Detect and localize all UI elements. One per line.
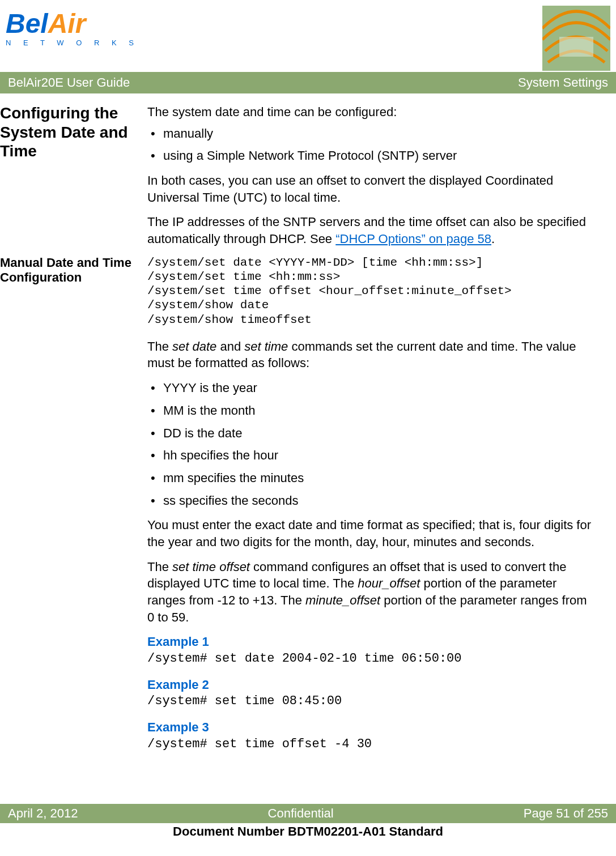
- side-column-2: Manual Date and Time Configuration: [0, 255, 147, 762]
- example-3-heading: Example 3: [147, 719, 593, 736]
- corner-wave-icon: [542, 6, 610, 71]
- example-3: Example 3 /system# set time offset -4 30: [147, 719, 593, 752]
- dhcp-para: The IP addresses of the SNTP servers and…: [147, 214, 593, 247]
- minute-offset-term: minute_offset: [305, 593, 380, 607]
- logo: BelAir N E T W O R K S: [6, 6, 139, 47]
- section-2-row: Manual Date and Time Configuration /syst…: [0, 255, 593, 762]
- dhcp-options-link[interactable]: “DHCP Options” on page 58: [335, 232, 491, 246]
- section-2-body: /system/set date <YYYY-MM-DD> [time <hh:…: [147, 255, 593, 762]
- logo-text-bel: Bel: [6, 8, 48, 39]
- title-bar: BelAir20E User Guide System Settings: [0, 72, 616, 93]
- set-date-term: set date: [172, 339, 216, 354]
- list-item: ss specifies the seconds: [163, 492, 593, 509]
- logo-subtext: N E T W O R K S: [6, 39, 139, 47]
- example-3-code: /system# set time offset -4 30: [147, 736, 593, 753]
- logo-text-air: Air: [48, 8, 86, 39]
- example-2-code: /system# set time 08:45:00: [147, 693, 593, 710]
- example-1-code: /system# set date 2004-02-10 time 06:50:…: [147, 650, 593, 667]
- offset-para: In both cases, you can use an offset to …: [147, 172, 593, 206]
- text: The: [147, 339, 172, 354]
- page-footer: April 2, 2012 Confidential Page 51 of 25…: [0, 804, 616, 839]
- text: The: [147, 560, 172, 574]
- footer-green-bar: April 2, 2012 Confidential Page 51 of 25…: [0, 804, 616, 823]
- command-syntax-block: /system/set date <YYYY-MM-DD> [time <hh:…: [147, 255, 593, 327]
- intro-text: The system date and time can be configur…: [147, 104, 593, 121]
- list-item: YYYY is the year: [163, 380, 593, 397]
- example-2: Example 2 /system# set time 08:45:00: [147, 676, 593, 710]
- format-list: YYYY is the year MM is the month DD is t…: [147, 380, 593, 509]
- config-options-list: manually using a Simple Network Time Pro…: [147, 125, 593, 164]
- footer-page: Page 51 of 255: [524, 806, 608, 821]
- set-time-offset-term: set time offset: [172, 560, 250, 574]
- list-item: hh specifies the hour: [163, 447, 593, 464]
- list-item: MM is the month: [163, 402, 593, 419]
- offset-detail-para: The set time offset command configures a…: [147, 559, 593, 626]
- section-heading-1: Configuring the System Date and Time: [0, 104, 142, 161]
- text: and: [216, 339, 244, 354]
- title-left: BelAir20E User Guide: [8, 75, 130, 90]
- footer-date: April 2, 2012: [8, 806, 78, 821]
- footer-document-number: Document Number BDTM02201-A01 Standard: [0, 824, 616, 839]
- footer-confidential: Confidential: [268, 806, 334, 821]
- setdate-para: The set date and set time commands set t…: [147, 338, 593, 372]
- main-column: The system date and time can be configur…: [147, 104, 610, 762]
- example-2-heading: Example 2: [147, 676, 593, 693]
- logo-brand: BelAir: [6, 10, 139, 37]
- section-heading-2: Manual Date and Time Configuration: [0, 255, 142, 286]
- set-time-term: set time: [244, 339, 288, 354]
- example-1: Example 1 /system# set date 2004-02-10 t…: [147, 633, 593, 667]
- list-item: using a Simple Network Time Protocol (SN…: [163, 147, 593, 164]
- list-item: mm specifies the minutes: [163, 470, 593, 487]
- list-item: DD is the date: [163, 425, 593, 442]
- dhcp-text-b: .: [491, 232, 495, 246]
- format-note-para: You must enter the exact date and time f…: [147, 517, 593, 550]
- list-item: manually: [163, 125, 593, 142]
- hour-offset-term: hour_offset: [358, 576, 420, 590]
- example-1-heading: Example 1: [147, 633, 593, 650]
- svg-rect-1: [559, 37, 593, 57]
- page-header: BelAir N E T W O R K S: [0, 0, 616, 71]
- title-right: System Settings: [518, 75, 608, 90]
- content-area: Configuring the System Date and Time The…: [0, 93, 616, 762]
